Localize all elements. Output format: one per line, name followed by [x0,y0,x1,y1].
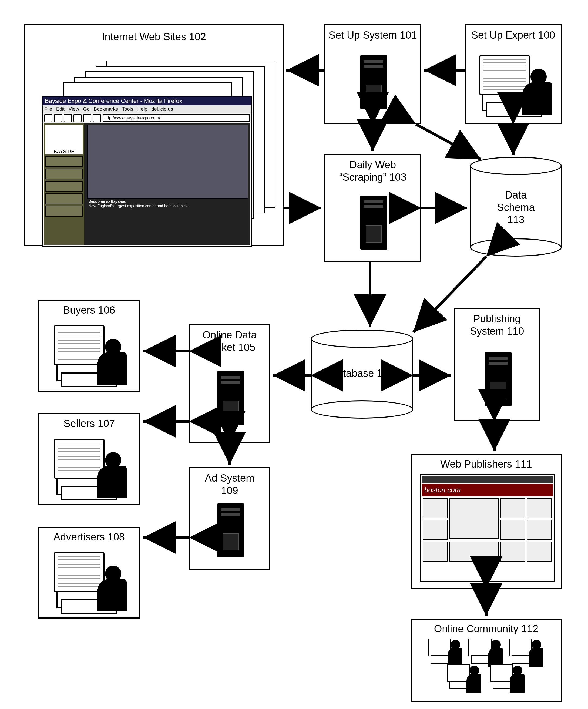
menu-item: File [44,106,52,112]
node-online-market: Online Data Market 105 [189,324,270,443]
node-setup-system: Set Up System 101 [324,24,421,124]
node-publishing-system: Publishing System 110 [454,308,540,421]
browser-menubar: File Edit View Go Bookmarks Tools Help d… [43,105,251,113]
node-setup-expert: Set Up Expert 100 [464,24,562,124]
node-internet-sites: Internet Web Sites 102 Bayside Expo & Co… [24,24,284,246]
publisher-cell [501,520,525,540]
menu-item: del.icio.us [152,106,173,112]
reload-icon [64,114,72,122]
browser-title: Bayside Expo & Conference Center - Mozil… [43,97,251,105]
menu-item: View [69,106,79,112]
user-at-pc-icon [54,552,124,611]
node-label: Buyers 106 [39,304,139,317]
node-data-schema: Data Schema 113 [470,165,562,248]
publisher-cell [423,542,448,561]
node-label: Online Data Market 105 [190,329,269,353]
browser-content: BAYSIDE Welcome to Bayside. New England'… [44,123,250,245]
site-sidebar: BAYSIDE [44,123,84,245]
publisher-cell [527,498,552,518]
arrow [416,124,481,159]
hero-text: Welcome to Bayside. New England's larges… [87,198,248,243]
publisher-cell [527,520,552,540]
menu-item: Help [137,106,148,112]
hero-headline: Welcome to Bayside. [88,199,126,204]
server-icon [360,195,387,250]
menu-item: Bookmarks [94,106,118,112]
sidebar-item [45,193,83,204]
url-field: http://www.baysideexpo.com/ [103,114,249,122]
server-icon [485,352,512,406]
server-icon [360,55,387,109]
publisher-cell [449,498,499,539]
node-buyers: Buyers 106 [38,300,140,392]
node-database: Database 104 [311,338,413,411]
site-logo: BAYSIDE [45,125,83,155]
publisher-content: boston.com [422,476,553,580]
hero-image [87,125,248,199]
node-label: Set Up System 101 [325,29,420,42]
publisher-cell [423,498,448,518]
server-icon [217,503,244,557]
sidebar-item [45,206,83,217]
community-cluster-icon [428,638,547,695]
menu-item: Tools [122,106,133,112]
publisher-cell [527,542,552,561]
node-label: Set Up Expert 100 [466,29,561,42]
home-icon [83,114,91,122]
publisher-toolbar [422,476,553,483]
user-at-pc-icon [54,439,124,498]
hero-subhead: New England's largest exposition center … [88,204,189,208]
publisher-cell [501,542,525,561]
forward-icon [54,114,62,122]
stop-icon [74,114,82,122]
node-label: Daily Web “Scraping” 103 [325,159,420,183]
publisher-grid [422,497,553,562]
sidebar-item [45,156,83,167]
sidebar-item [45,181,83,192]
node-label: Internet Web Sites 102 [25,31,283,43]
publisher-brand: boston.com [422,484,553,496]
user-at-pc-icon [479,55,550,114]
node-scraping: Daily Web “Scraping” 103 [324,154,421,262]
publisher-cell [423,520,448,540]
node-advertisers: Advertisers 108 [38,527,140,619]
tag-icon [93,114,101,122]
node-label: Ad System 109 [190,472,269,497]
server-icon [217,371,244,425]
node-ad-system: Ad System 109 [189,467,270,570]
node-label: Database 104 [311,367,413,380]
publisher-cell [501,498,525,518]
node-web-publishers: Web Publishers 111 boston.com [410,454,562,589]
menu-item: Edit [56,106,64,112]
publisher-cell [449,542,499,561]
node-label: Online Community 112 [411,623,561,635]
node-online-community: Online Community 112 [410,619,562,702]
node-label: Publishing System 110 [455,313,539,337]
node-label: Advertisers 108 [39,531,139,544]
publisher-browser: boston.com [420,474,555,582]
browser-window: Bayside Expo & Conference Center - Mozil… [42,96,252,247]
node-label: Data Schema 113 [470,189,562,226]
menu-item: Go [83,106,90,112]
user-at-pc-icon [54,325,124,385]
browser-toolbar: http://www.baysideexpo.com/ [43,113,251,123]
node-label: Sellers 107 [39,418,139,430]
node-label: Web Publishers 111 [411,458,561,471]
back-icon [44,114,52,122]
node-sellers: Sellers 107 [38,413,140,505]
sidebar-item [45,168,83,179]
